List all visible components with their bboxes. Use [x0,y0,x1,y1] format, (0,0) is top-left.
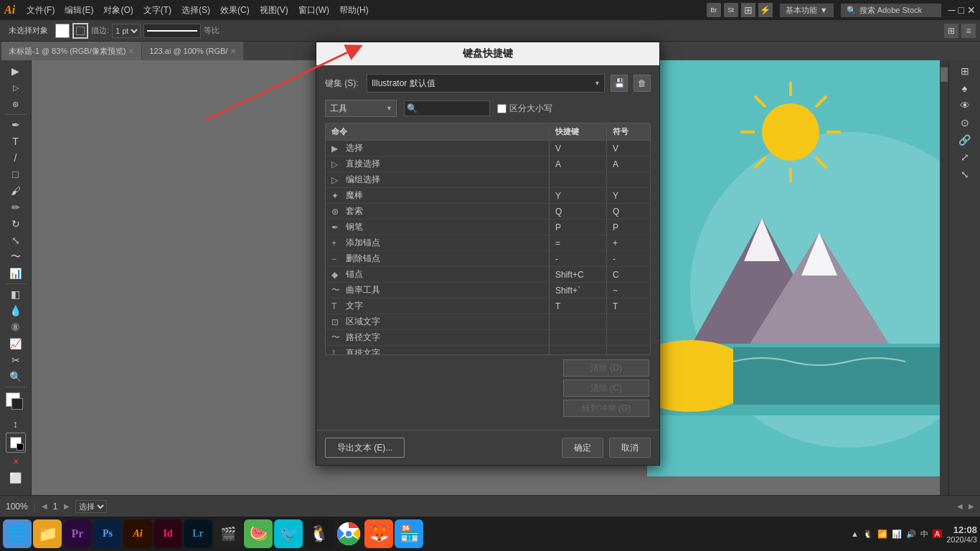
lasso-tool[interactable]: ⊛ [3,96,29,112]
table-row[interactable]: − 删除锚点 - - [326,251,650,267]
keyset-select[interactable]: Illustrator 默认值 [367,74,605,93]
lightning-icon[interactable]: ⚡ [758,3,773,17]
menu-text[interactable]: 文字(T) [139,3,176,18]
maximize-btn[interactable]: □ [958,4,964,16]
table-row[interactable]: T 文字 T T [326,298,650,314]
tray-lang[interactable]: 中 [920,529,928,540]
vertical-scrollbar[interactable] [940,60,948,529]
taskbar-lightroom-icon[interactable]: Lr [184,519,212,548]
selection-tool[interactable]: ▶ [3,63,29,79]
text-tool[interactable]: T [3,133,29,149]
panel-icon[interactable]: ≡ [961,24,976,38]
right-panel-btn2[interactable]: ♠ [952,80,978,96]
taskbar-video-icon[interactable]: 🎬 [214,519,242,548]
tray-arrow[interactable]: ▲ [851,529,859,538]
case-sensitive-checkbox[interactable] [497,104,507,113]
bridge-icon[interactable]: Br [707,3,721,17]
tray-input[interactable]: A [933,529,942,538]
pencil-tool[interactable]: ✏ [3,199,29,215]
status-select[interactable]: 选择 [75,500,107,513]
table-row[interactable]: ▶ 选择 V V [326,141,650,156]
taskbar-premiere-icon[interactable]: Pr [63,519,92,548]
export-text-btn[interactable]: 导出文本 (E)... [325,438,405,458]
close-btn[interactable]: ✕ [967,4,976,16]
taskbar-indesign-icon[interactable]: Id [154,519,182,548]
taskbar-photoshop-icon[interactable]: Ps [93,519,122,548]
clear-c-btn[interactable]: 清除 (C) [563,380,649,397]
taskbar-browser-icon[interactable]: 🌐 [3,519,32,548]
blend-tool[interactable]: ⑧ [3,319,29,335]
screen-mode-btn[interactable]: ⬜ [3,470,29,486]
pen-tool[interactable]: ✒ [3,117,29,133]
grid-view-icon[interactable]: ⊞ [741,3,755,17]
tab-untitled[interactable]: 未标题-1 @ 83% (RGB/像素预览) ✕ [1,42,142,60]
search-stock-btn[interactable]: 🔍 搜索 Adobe Stock [841,4,941,17]
ok-btn[interactable]: 确定 [562,438,603,458]
arrange-icon[interactable]: ⊞ [944,24,958,38]
table-row[interactable]: ▷ 编组选择 [326,172,650,188]
color-mode-btn[interactable] [6,433,26,453]
direct-selection-tool[interactable]: ▷ [3,80,29,95]
taskbar-melon-icon[interactable]: 🍉 [244,519,273,548]
right-panel-btn1[interactable]: ⊞ [952,63,978,79]
menu-file[interactable]: 文件(F) [22,3,59,18]
right-panel-btn7[interactable]: ⤡ [952,166,978,182]
stroke-width-select[interactable]: 1 pt [112,24,141,38]
clear-d-btn[interactable]: 清除 (D) [563,359,649,377]
right-panel-btn6[interactable]: ⤢ [952,149,978,165]
table-row[interactable]: ▷ 直接选择 A A [326,156,650,172]
rotate-tool[interactable]: ↻ [3,216,29,232]
table-row[interactable]: ✦ 魔棒 Y Y [326,188,650,204]
status-nav-left[interactable]: ◀ [957,502,963,510]
status-nav-right[interactable]: ▶ [969,502,974,510]
taskbar-chrome-icon[interactable] [334,519,363,548]
swap-colors-btn[interactable]: ↕ [3,416,29,432]
eyedropper-tool[interactable]: 💧 [3,303,29,319]
right-panel-btn4[interactable]: ⊙ [952,115,978,131]
slice-tool[interactable]: ✂ [3,352,29,368]
tab-untitled-close[interactable]: ✕ [128,47,134,55]
table-row[interactable]: ⊛ 套索 Q Q [326,204,650,220]
table-row[interactable]: 〜 路径文字 [326,330,650,346]
keyset-save-btn[interactable]: 💾 [611,75,628,92]
table-row[interactable]: + 添加锚点 = + [326,235,650,251]
none-color-btn[interactable]: ✕ [3,453,29,469]
fill-color-btn[interactable] [55,24,70,38]
minimize-btn[interactable]: ─ [948,4,956,16]
line-tool[interactable]: / [3,150,29,166]
background-color[interactable] [11,398,23,410]
zoom-tool[interactable]: 🔍 [3,369,29,385]
menu-select[interactable]: 选择(S) [177,3,215,18]
warp-tool[interactable]: 〜 [3,249,29,265]
keyset-delete-btn[interactable]: 🗑 [633,75,651,92]
stock-icon[interactable]: St [724,3,738,17]
workspace-selector[interactable]: 基本功能 ▼ [780,4,834,17]
tab-123ai-close[interactable]: ✕ [230,47,236,55]
menu-view[interactable]: 视图(V) [255,3,293,18]
taskbar-files-icon[interactable]: 📁 [33,519,62,548]
table-body[interactable]: ▶ 选择 V V ▷ 直接选择 A A [325,140,651,355]
scale-tool[interactable]: ⤡ [3,232,29,248]
taskbar-illustrator-icon[interactable]: Ai [123,519,152,548]
goto-conflict-btn[interactable]: 转到冲突 (G) [563,400,649,417]
gradient-tool[interactable]: ◧ [3,286,29,302]
taskbar-penguin-icon[interactable]: 🐧 [304,519,333,548]
taskbar-store-icon[interactable]: 🏪 [395,519,423,548]
menu-edit[interactable]: 编辑(E) [60,3,98,18]
chart-tool[interactable]: 📈 [3,336,29,352]
table-row[interactable]: ⊺ 直排文字 [326,346,650,355]
paint-brush-tool[interactable]: 🖌 [3,183,29,199]
table-row[interactable]: ✒ 钢笔 P P [326,220,650,235]
menu-window[interactable]: 窗口(W) [294,3,334,18]
rect-tool[interactable]: □ [3,166,29,182]
table-row[interactable]: ⊡ 区域文字 [326,314,650,330]
stroke-type-btn[interactable] [72,23,88,39]
case-sensitive-label[interactable]: 区分大小写 [497,103,552,115]
category-select[interactable]: 工具 [325,100,397,117]
graph-tool[interactable]: 📊 [3,265,29,281]
table-row[interactable]: 〜 曲率工具 Shift+` ~ [326,283,650,298]
right-panel-btn3[interactable]: 👁 [952,98,978,113]
tab-123ai[interactable]: 123.ai @ 100% (RGB/ ✕ [142,42,244,60]
taskbar-bird-icon[interactable]: 🐦 [274,519,303,548]
table-row[interactable]: ◆ 锚点 Shift+C C [326,267,650,283]
